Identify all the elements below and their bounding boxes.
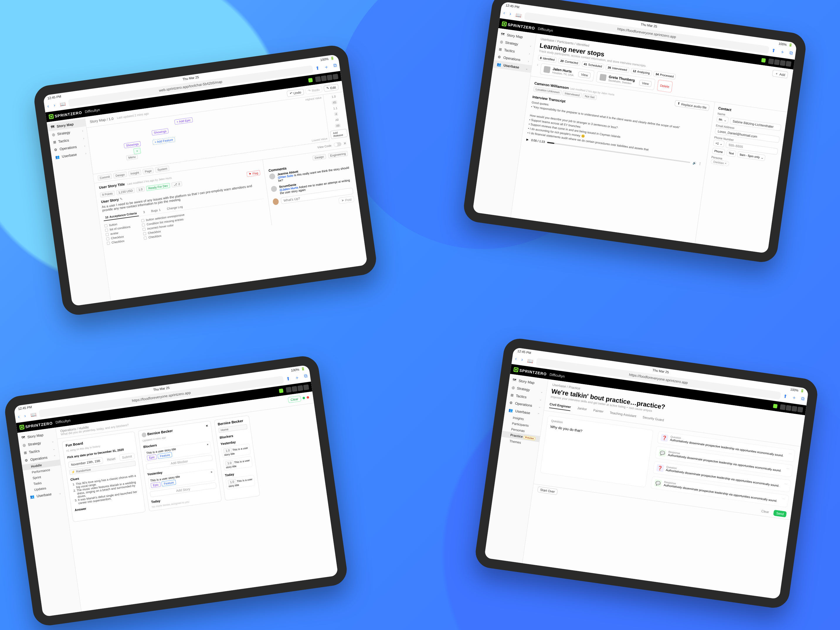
system-tag[interactable]: System (155, 165, 169, 173)
fun-board-panel: Fun Board #1 song on this day in history… (62, 432, 146, 522)
book-icon[interactable]: 📖 (30, 411, 37, 418)
presence-icon (308, 78, 313, 83)
new-tab-icon[interactable]: ＋ (791, 394, 797, 401)
page-tag[interactable]: Page (142, 168, 154, 174)
epic-add[interactable]: + Add Epic (174, 117, 193, 124)
more-icon[interactable]: ⋯ (782, 497, 785, 504)
edit-button[interactable]: ✎ Edit (324, 84, 339, 92)
add-icon[interactable]: ＋ (133, 148, 141, 154)
play-icon[interactable]: ▶ (526, 138, 529, 141)
forward-icon[interactable]: › (509, 11, 512, 17)
share-icon[interactable]: ⬆︎ (315, 65, 320, 72)
avatar-stack[interactable] (315, 74, 339, 82)
avatar (269, 173, 276, 180)
close-panel-button[interactable]: × (343, 141, 347, 146)
book-icon[interactable]: 📖 (527, 358, 534, 364)
avatar (271, 186, 277, 192)
undo-button[interactable]: ↶ Undo (287, 88, 304, 97)
add-release-button[interactable]: Add Release (330, 129, 348, 139)
epic-showings-2[interactable]: Showings (124, 141, 141, 148)
start-over-button[interactable]: Start Over (537, 487, 557, 495)
logo-icon (49, 114, 54, 119)
redo-button[interactable]: ↷ Redo (305, 86, 322, 94)
replace-audio-button[interactable]: ⬆︎ Replace audio file (674, 100, 709, 111)
notset-tag[interactable]: Not Set (583, 93, 597, 100)
version-tag[interactable]: 1.0 (136, 186, 145, 192)
design-filter[interactable]: Design (312, 154, 326, 161)
add-button[interactable]: ＋ Add (772, 70, 788, 79)
view-button[interactable]: View (578, 71, 591, 79)
breadcrumb: Story Map / 1.0 (89, 117, 114, 124)
response-icon: 💬 (654, 479, 662, 487)
user-huddle-panel-2: Bernice Becker Home Blockers Yesterday 1… (214, 415, 261, 501)
back-icon[interactable]: ‹ (47, 103, 49, 109)
new-tab-icon[interactable]: ＋ (324, 64, 329, 70)
battery: 100% (320, 57, 329, 61)
more-icon[interactable]: ⋯ (786, 467, 789, 474)
cost-tag[interactable]: 1,230 USD (116, 188, 135, 195)
book-icon[interactable]: 📖 (60, 101, 66, 107)
prefix-select[interactable]: Mr. ⌄ (716, 116, 729, 124)
ready-tag[interactable]: Ready For Dev (146, 183, 171, 191)
share-icon[interactable]: ⬆︎ (771, 47, 776, 54)
share-icon[interactable]: ⬆︎ (286, 376, 291, 383)
more-icon[interactable]: ⋮ (698, 162, 701, 165)
branch-tag[interactable]: ⎇ 2 (171, 181, 182, 187)
pref-text[interactable]: Text (726, 150, 736, 157)
more-icon[interactable]: ⋯ (788, 452, 792, 459)
view-button[interactable]: View (639, 80, 652, 87)
tab-changelog[interactable]: Change Log (165, 204, 185, 213)
forward-icon[interactable]: › (521, 357, 523, 362)
pref-phone[interactable]: Phone (712, 148, 725, 156)
view-code-toggle[interactable] (333, 142, 341, 147)
story-menu[interactable]: Menu (126, 154, 138, 160)
tabs-icon[interactable]: ⧉ (789, 50, 793, 57)
tabs-icon[interactable]: ⧉ (304, 373, 308, 380)
new-tab-icon[interactable]: ＋ (780, 49, 785, 55)
edit-icon[interactable]: ✎ (119, 197, 123, 201)
share-icon[interactable]: ⬆︎ (783, 393, 788, 400)
release-1[interactable]: 1.0 (331, 94, 336, 98)
engineering-filter[interactable]: Engineering (328, 151, 348, 159)
country-code-select[interactable]: +1 ⌄ (713, 140, 725, 147)
lane-high: Highest Value (305, 96, 322, 101)
view-code-toggle-label: View Code (317, 144, 332, 149)
commit-tag[interactable]: Commit (97, 173, 112, 181)
back-icon[interactable]: ‹ (17, 414, 20, 420)
avatar (543, 66, 551, 73)
design-tag[interactable]: Design (113, 172, 127, 178)
tab-janitor[interactable]: Janitor (577, 404, 587, 413)
forward-icon[interactable]: › (24, 413, 26, 419)
tab-bugs[interactable]: Bugs 1 (149, 206, 163, 214)
user-huddle-panel: Bernice Becker × Updated 4 mins ago Bloc… (138, 421, 222, 511)
post-button[interactable]: ➤ Post (338, 196, 354, 204)
submit-button[interactable]: Submit (119, 453, 135, 461)
tab-civil-engineer[interactable]: Civil Engineer (549, 400, 572, 411)
book-icon[interactable]: 📖 (515, 12, 522, 18)
tab-security-guard[interactable]: Security Guard (642, 413, 665, 424)
new-tab-icon[interactable]: ＋ (294, 374, 300, 381)
avatar (272, 198, 279, 205)
reset-button[interactable]: Reset (104, 455, 118, 463)
delete-button[interactable]: Delete (657, 80, 673, 93)
epic-showings[interactable]: Showings (152, 128, 169, 135)
close-icon[interactable]: × (205, 424, 208, 429)
tab-teaching-assistant[interactable]: Teaching Assistant (609, 409, 637, 420)
release-all[interactable]: All (335, 118, 339, 121)
tabs-icon[interactable]: ⧉ (801, 396, 805, 402)
volume-icon[interactable]: 🔊 (692, 161, 696, 165)
status-tag[interactable]: Interviewed (562, 91, 582, 98)
feature-add[interactable]: + Add Feature (152, 137, 175, 145)
user-story-title: User Story Title (99, 182, 125, 190)
release-2[interactable]: 1.1 (333, 106, 338, 110)
more-icon[interactable]: ⋯ (784, 482, 788, 489)
status-dot (307, 396, 309, 399)
points-tag[interactable]: 9 Points (100, 191, 115, 197)
forward-icon[interactable]: › (53, 102, 55, 108)
back-icon[interactable]: ‹ (503, 10, 505, 16)
back-icon[interactable]: ‹ (515, 356, 517, 362)
insight-tag[interactable]: Insight (128, 169, 142, 176)
tabs-icon[interactable]: ⧉ (333, 62, 337, 69)
flag-button[interactable]: ⚑ Flag (246, 170, 261, 177)
tab-painter[interactable]: Painter (593, 407, 604, 416)
